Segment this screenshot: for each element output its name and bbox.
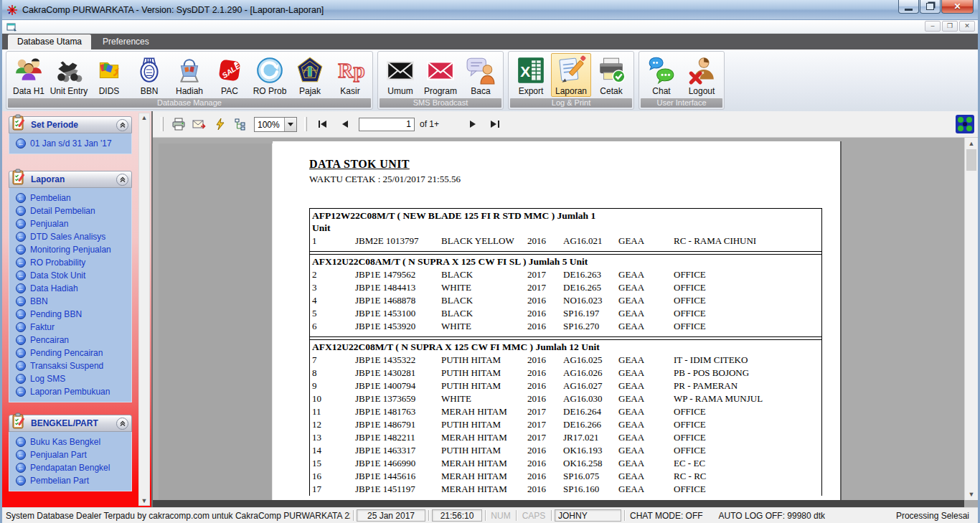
mdi-minimize-button[interactable]: – — [925, 21, 941, 32]
sidebar-nav-item[interactable]: ← Pending Pencairan — [11, 347, 130, 359]
sidebar-nav-item[interactable]: ← Detail Pembelian — [11, 204, 130, 217]
zoom-dropdown[interactable]: 100% — [254, 117, 297, 132]
vertical-scrollbar[interactable]: ▲ ▼ — [964, 138, 978, 500]
previous-page-button[interactable] — [336, 117, 354, 131]
report-content: DATA STOK UNIT WAKTU CETAK : 25/01/2017 … — [309, 158, 822, 496]
report-preview-area: DATA STOK UNIT WAKTU CETAK : 25/01/2017 … — [153, 138, 964, 500]
button-export[interactable]: X Export — [511, 53, 551, 97]
sidebar-nav-item[interactable]: ← Transaksi Suspend — [11, 359, 130, 372]
row-year: 2016 — [527, 367, 563, 380]
sidebar-nav-item[interactable]: ← Buku Kas Bengkel — [11, 435, 130, 448]
button-pac[interactable]: SALE PAC — [209, 53, 250, 97]
sidebar-nav-item[interactable]: ← Laporan Pembukuan — [11, 385, 130, 398]
ribbon-group-user-interface: Chat Logout User Interface — [639, 51, 725, 110]
restore-button[interactable] — [920, 0, 941, 14]
status-separator — [353, 510, 354, 521]
panel-header[interactable]: Laporan — [9, 171, 132, 188]
button-kasir[interactable]: Rp Kasir — [330, 53, 370, 97]
button-unit-entry[interactable]: Unit Entry — [49, 53, 89, 97]
minimize-button[interactable] — [898, 0, 919, 14]
panel-header[interactable]: Set Periode — [9, 116, 132, 133]
sidebar-nav-item[interactable]: ← Pendapatan Bengkel — [11, 461, 130, 474]
refresh-bolt-icon[interactable] — [212, 117, 228, 131]
row-number: 10 — [312, 392, 355, 405]
sidebar-nav-item[interactable]: ← DTD Sales Analisys — [11, 230, 130, 243]
button-hadiah[interactable]: Hadiah — [169, 53, 209, 97]
row-year: 2017 — [527, 418, 563, 431]
back-arrow-icon: ← — [16, 361, 26, 371]
sidebar-nav-item[interactable]: ← Data Stok Unit — [11, 269, 130, 282]
tab-database-utama[interactable]: Database Utama — [8, 34, 91, 50]
sidebar-scrollbar[interactable]: ▲ ▼ — [138, 113, 150, 506]
page-number-input[interactable] — [359, 118, 415, 131]
sidebar-nav-item[interactable]: ← Pending BBN — [11, 308, 130, 321]
next-page-button[interactable] — [464, 117, 481, 131]
first-page-button[interactable] — [314, 117, 331, 131]
row-number: 1 — [312, 235, 355, 248]
row-year: 2016 — [527, 235, 563, 248]
export-report-icon[interactable] — [192, 117, 207, 131]
row-location: OFFICE — [674, 294, 821, 307]
row-location: IT - IDIM CITEKO — [674, 354, 821, 367]
button-bbn[interactable]: BBN — [129, 53, 169, 97]
back-arrow-icon: ← — [16, 258, 26, 268]
collapse-chevron-icon[interactable] — [116, 418, 128, 430]
report-page: DATA STOK UNIT WAKTU CETAK : 25/01/2017 … — [273, 141, 842, 500]
close-button[interactable]: ✕ — [941, 0, 974, 14]
sidebar-nav-item[interactable]: ← 01 Jan s/d 31 Jan '17 — [11, 137, 130, 150]
button-program[interactable]: Program — [420, 53, 461, 97]
scrollbar-thumb[interactable] — [966, 149, 976, 171]
sidebar-nav-item[interactable]: ← Data Hadiah — [11, 282, 130, 295]
sidebar-nav-label: Transaksi Suspend — [30, 361, 103, 371]
row-dealer-code: GEAA — [618, 418, 674, 431]
sidebar-nav-item[interactable]: ← Pembelian — [11, 192, 130, 204]
button-chat[interactable]: Chat — [641, 53, 682, 97]
clipboard-pencil-icon — [11, 413, 27, 430]
sidebar-nav-item[interactable]: ← Pembelian Part — [11, 474, 130, 487]
sidebar-nav-item[interactable]: ← BBN — [11, 295, 130, 308]
back-arrow-icon: ← — [16, 322, 26, 332]
scroll-down-icon[interactable]: ▼ — [965, 491, 978, 498]
sidebar-nav-item[interactable]: ← Monitoring Penjualan — [11, 243, 130, 256]
scroll-up-icon[interactable]: ▲ — [965, 140, 978, 147]
button-logout[interactable]: Logout — [682, 53, 722, 97]
sidebar-nav-item[interactable]: ← Faktur — [11, 321, 130, 334]
button-umum[interactable]: Umum — [380, 53, 420, 97]
button-laporan[interactable]: Laporan — [551, 53, 591, 97]
report-group: AFX12U22C08AM/T ( N SUPRA X 125 CW FI SL… — [310, 255, 821, 333]
collapse-chevron-icon[interactable] — [116, 119, 128, 131]
sidebar-nav-item[interactable]: ← Pencairan — [11, 334, 130, 347]
restore-icon — [926, 3, 934, 10]
mdi-close-button[interactable]: ✕ — [959, 21, 975, 32]
app-window: CakraComp PURWARKATA - Version: SysDDT 2… — [0, 0, 980, 523]
zoom-dropdown-button[interactable] — [284, 118, 296, 131]
button-baca[interactable]: Baca — [461, 53, 501, 97]
panel-header[interactable]: BENGKEL/PART — [9, 415, 132, 432]
back-arrow-icon: ← — [16, 387, 26, 397]
row-location: OFFICE — [674, 431, 821, 444]
panel-body: ← 01 Jan s/d 31 Jan '17 — [9, 133, 132, 154]
mdi-restore-button[interactable]: ❐ — [942, 21, 958, 32]
button-dids[interactable]: DIDS — [89, 53, 129, 97]
button-data-h1[interactable]: Data H1 — [9, 53, 49, 97]
button-cetak[interactable]: Cetak — [591, 53, 631, 97]
scroll-up-icon[interactable]: ▲ — [141, 113, 148, 122]
sidebar-nav-item[interactable]: ← RO Probability — [11, 256, 130, 269]
button-pajak[interactable]: Pajak — [290, 53, 330, 97]
row-engine-number: JBP1E 1445616 — [355, 470, 441, 483]
row-year: 2016 — [527, 470, 563, 483]
toolbar-grip — [304, 117, 307, 131]
sidebar-nav-item[interactable]: ← Penjualan — [11, 217, 130, 230]
group-tree-icon[interactable] — [233, 117, 249, 131]
tab-preferences[interactable]: Preferences — [93, 34, 159, 50]
last-page-button[interactable] — [486, 117, 504, 131]
print-icon[interactable] — [171, 117, 187, 131]
scroll-down-icon[interactable]: ▼ — [141, 496, 148, 505]
button-ro-prob[interactable]: RO Prob — [250, 53, 290, 97]
row-location: OFFICE — [674, 320, 821, 333]
sidebar-nav-item[interactable]: ← Penjualan Part — [11, 448, 130, 461]
sidebar-nav-item[interactable]: ← Log SMS — [11, 372, 130, 385]
collapse-chevron-icon[interactable] — [116, 174, 128, 186]
ribbon-group-label: Database Manage — [8, 98, 371, 108]
row-number: 5 — [312, 307, 355, 320]
